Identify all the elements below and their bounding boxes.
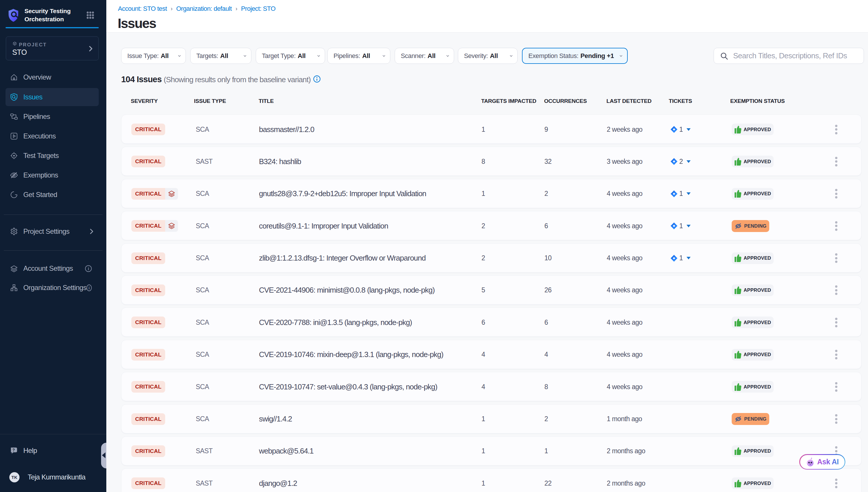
svg-text:?: ? (12, 448, 15, 452)
